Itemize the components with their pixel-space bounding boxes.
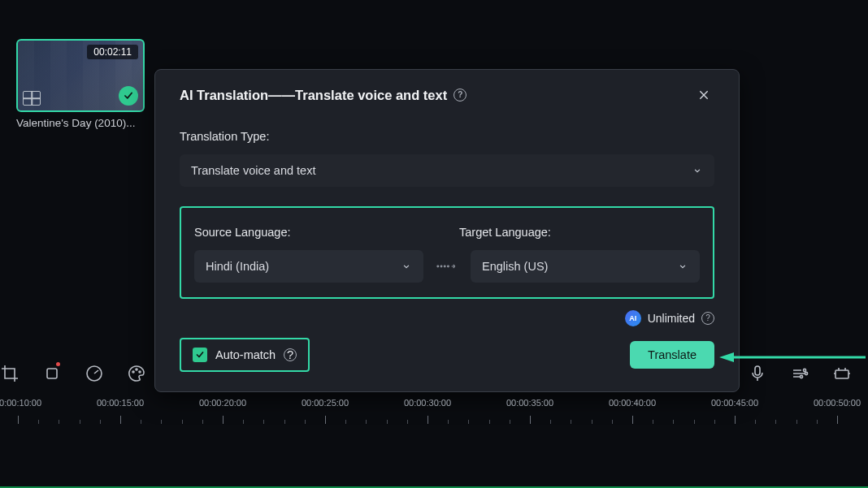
filmstrip-icon xyxy=(23,91,41,106)
applied-check-icon xyxy=(119,86,138,106)
svg-point-1 xyxy=(441,266,442,267)
ruler-time-label: 00:00:45:00 xyxy=(711,398,758,408)
ruler-time-label: 00:00:30:00 xyxy=(404,398,451,408)
svg-point-10 xyxy=(139,371,141,373)
svg-rect-6 xyxy=(47,369,57,378)
svg-point-12 xyxy=(803,369,805,371)
ruler-time-label: 00:00:50:00 xyxy=(814,398,861,408)
svg-point-13 xyxy=(805,372,807,374)
help-icon[interactable] xyxy=(701,312,714,325)
render-icon[interactable] xyxy=(832,364,852,383)
ruler-time-label: 00:00:10:00 xyxy=(0,398,41,408)
svg-point-3 xyxy=(447,266,449,267)
language-selection-highlight: Source Language: Target Language: Hindi … xyxy=(180,206,714,299)
ruler-time-label: 00:00:20:00 xyxy=(199,398,246,408)
speed-icon[interactable] xyxy=(85,364,104,383)
ruler-time-label: 00:00:15:00 xyxy=(97,398,144,408)
plan-row: AI Unlimited xyxy=(180,310,714,326)
chevron-down-icon xyxy=(401,261,412,272)
ai-badge-icon: AI xyxy=(625,310,641,326)
app-root: 00:02:11 Valentine's Day (2010)... AI Tr… xyxy=(0,0,868,488)
translation-type-value: Translate voice and text xyxy=(191,164,315,177)
crop-icon[interactable] xyxy=(0,364,20,383)
translation-type-label: Translation Type: xyxy=(180,130,714,143)
svg-point-14 xyxy=(800,375,802,378)
chevron-down-icon xyxy=(677,261,688,272)
source-language-value: Hindi (India) xyxy=(206,260,269,273)
target-language-label: Target Language: xyxy=(435,226,700,239)
svg-rect-11 xyxy=(755,366,760,375)
target-language-value: English (US) xyxy=(482,260,548,273)
ruler-time-label: 00:00:25:00 xyxy=(302,398,349,408)
color-palette-icon[interactable] xyxy=(127,364,146,383)
marker-icon[interactable] xyxy=(42,364,62,383)
ruler-time-label: 00:00:40:00 xyxy=(609,398,656,408)
source-language-select[interactable]: Hindi (India) xyxy=(194,250,423,283)
dialog-title: AI Translation——Translate voice and text xyxy=(180,88,467,103)
chevron-down-icon xyxy=(692,165,703,176)
dialog-title-text: AI Translation——Translate voice and text xyxy=(180,88,447,103)
audio-mixer-icon[interactable] xyxy=(790,364,809,383)
svg-point-8 xyxy=(132,371,134,373)
plan-label: Unlimited xyxy=(648,312,695,325)
help-icon[interactable] xyxy=(454,89,467,101)
media-thumbnail[interactable]: 00:02:11 xyxy=(16,39,145,112)
ai-translation-dialog: AI Translation——Translate voice and text… xyxy=(154,69,740,392)
svg-point-2 xyxy=(444,266,445,267)
svg-point-9 xyxy=(136,369,137,370)
source-language-label: Source Language: xyxy=(194,226,435,239)
direction-arrow-icon xyxy=(435,258,459,274)
target-language-select[interactable]: English (US) xyxy=(471,250,700,283)
ruler-time-label: 00:00:35:00 xyxy=(506,398,553,408)
dialog-header: AI Translation——Translate voice and text xyxy=(180,84,714,106)
timeline-ruler[interactable]: 00:00:10:0000:00:15:0000:00:20:0000:00:2… xyxy=(0,398,868,426)
media-caption: Valentine's Day (2010)... xyxy=(16,117,146,129)
clip-duration-badge: 00:02:11 xyxy=(87,45,138,59)
translation-type-select[interactable]: Translate voice and text xyxy=(180,154,714,187)
svg-rect-15 xyxy=(835,370,848,378)
ruler-ticks xyxy=(0,412,868,424)
microphone-icon[interactable] xyxy=(748,364,767,383)
svg-point-0 xyxy=(437,266,439,267)
close-button[interactable] xyxy=(693,84,714,106)
timeline-toolbar xyxy=(0,357,868,390)
